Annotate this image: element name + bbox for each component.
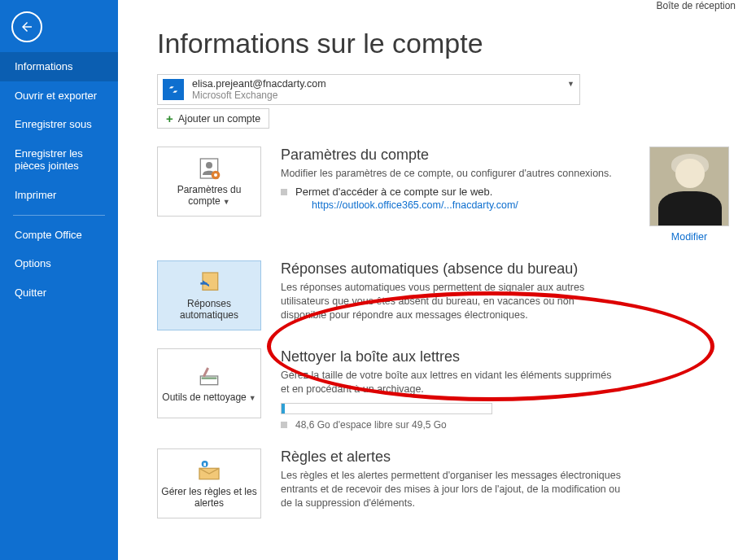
nav-separator <box>13 215 105 216</box>
avatar-modify-link[interactable]: Modifier <box>671 231 707 243</box>
bullet-icon <box>281 189 287 195</box>
chevron-down-icon: ▼ <box>223 198 230 206</box>
nav-quitter[interactable]: Quitter <box>0 278 118 308</box>
nav-imprimer[interactable]: Imprimer <box>0 181 118 210</box>
sec3-title: Nettoyer la boîte aux lettres <box>281 348 622 365</box>
sec3-desc: Gérez la taille de votre boîte aux lettr… <box>281 369 622 396</box>
storage-text: 48,6 Go d'espace libre sur 49,5 Go <box>295 419 447 431</box>
sec4-desc: Les règles et les alertes permettent d'o… <box>281 469 622 510</box>
svg-rect-4 <box>203 273 218 290</box>
tile-cleanup-tools[interactable]: Outils de nettoyage▼ <box>157 348 261 418</box>
account-email: elisa.prejeant@fnacdarty.com <box>192 78 326 90</box>
backstage-sidebar: Informations Ouvrir et exporter Enregist… <box>0 0 118 560</box>
tile-auto-replies[interactable]: Réponses automatiques <box>157 260 261 330</box>
account-service: Microsoft Exchange <box>192 90 326 101</box>
nav-informations[interactable]: Informations <box>0 52 118 81</box>
owa-link[interactable]: https://outlook.office365.com/...fnacdar… <box>312 199 620 211</box>
sec2-title: Réponses automatiques (absence du bureau… <box>281 260 622 278</box>
nav-compte-office[interactable]: Compte Office <box>0 221 118 250</box>
section-cleanup: Outils de nettoyage▼ Nettoyer la boîte a… <box>157 348 729 431</box>
auto-reply-icon <box>196 269 222 295</box>
sec4-title: Règles et alertes <box>281 448 622 466</box>
section-account-settings: Paramètres du compte▼ Paramètres du comp… <box>157 147 729 243</box>
main-panel: Boîte de réception Informations sur le c… <box>118 0 747 560</box>
avatar-block: Modifier <box>649 147 729 243</box>
section-auto-replies: Réponses automatiques Réponses automatiq… <box>157 260 729 330</box>
tile-cleanup-label: Outils de nettoyage <box>162 392 246 403</box>
nav-enregistrer-sous[interactable]: Enregistrer sous <box>0 110 118 139</box>
arrow-left-icon <box>20 20 34 34</box>
back-button[interactable] <box>11 11 42 42</box>
storage-bar <box>281 403 492 414</box>
nav-enregistrer-pj[interactable]: Enregistrer les pièces jointes <box>0 139 118 181</box>
sec1-title: Paramètres du compte <box>281 147 620 164</box>
sec1-desc: Modifier les paramètres de ce compte, ou… <box>281 167 620 181</box>
account-text: elisa.prejeant@fnacdarty.com Microsoft E… <box>192 78 326 101</box>
exchange-icon <box>163 79 184 100</box>
svg-point-1 <box>206 162 212 168</box>
svg-rect-9 <box>203 463 206 466</box>
sec1-bullet: Permet d'accéder à ce compte sur le web. <box>295 186 492 198</box>
broom-icon <box>196 363 222 389</box>
rules-icon <box>196 457 222 483</box>
section-rules: Gérer les règles et les alertes Règles e… <box>157 448 729 518</box>
add-account-button[interactable]: + Ajouter un compte <box>157 108 269 129</box>
sec2-desc: Les réponses automatiques vous permetten… <box>281 281 622 322</box>
svg-point-3 <box>214 173 217 177</box>
svg-rect-6 <box>202 377 217 379</box>
tile-auto-replies-label: Réponses automatiques <box>161 299 257 322</box>
dropdown-caret-icon: ▼ <box>567 80 574 88</box>
person-gear-icon <box>196 155 222 182</box>
avatar-image <box>649 147 729 226</box>
page-title: Informations sur le compte <box>157 28 729 59</box>
chevron-down-icon: ▼ <box>249 394 256 402</box>
inbox-indicator: Boîte de réception <box>657 0 736 11</box>
nav-options[interactable]: Options <box>0 249 118 278</box>
plus-icon: + <box>166 112 173 125</box>
bullet-icon <box>281 422 287 428</box>
tile-account-settings[interactable]: Paramètres du compte▼ <box>157 147 261 217</box>
add-account-label: Ajouter un compte <box>178 113 260 125</box>
tile-rules-alerts[interactable]: Gérer les règles et les alertes <box>157 448 261 518</box>
account-selector[interactable]: elisa.prejeant@fnacdarty.com Microsoft E… <box>157 74 580 105</box>
tile-rules-label: Gérer les règles et les alertes <box>161 487 257 510</box>
nav-ouvrir-exporter[interactable]: Ouvrir et exporter <box>0 81 118 111</box>
tile-account-settings-label: Paramètres du compte <box>177 184 242 207</box>
